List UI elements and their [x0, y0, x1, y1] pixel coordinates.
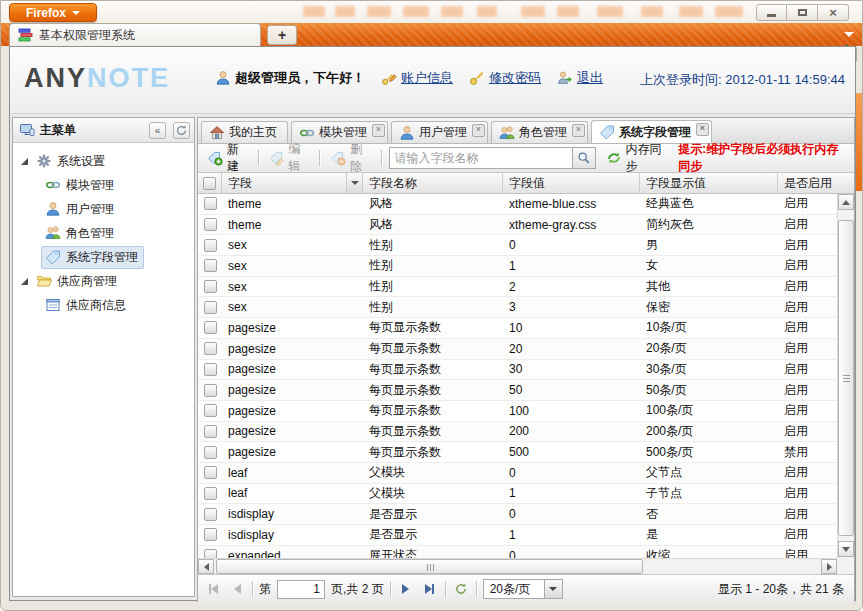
pager-refresh-button[interactable]	[452, 580, 470, 598]
row-checkbox[interactable]	[204, 342, 217, 355]
page-number-input[interactable]	[277, 580, 325, 599]
vertical-scroll-thumb[interactable]	[838, 220, 854, 536]
column-header-字段显示值[interactable]: 字段显示值	[640, 173, 778, 193]
account-info-link[interactable]: 账户信息	[381, 69, 453, 87]
tree-node[interactable]: 供应商信息	[41, 294, 132, 317]
row-checkbox[interactable]	[204, 239, 217, 252]
table-row[interactable]: sex性别2其他启用	[198, 277, 837, 298]
scroll-down-button[interactable]	[838, 541, 854, 557]
tab-用户管理[interactable]: 用户管理×	[391, 121, 488, 143]
tree-node[interactable]: 系统字段管理	[41, 246, 144, 269]
row-checkbox[interactable]	[204, 197, 217, 210]
memory-sync-button[interactable]: 内存同步	[603, 139, 672, 177]
account-info-label[interactable]: 账户信息	[401, 69, 453, 87]
sidebar-collapse-button[interactable]: «	[149, 122, 166, 139]
column-header-字段[interactable]: 字段	[222, 173, 363, 193]
row-checkbox[interactable]	[204, 384, 217, 397]
minimize-button[interactable]	[756, 4, 787, 21]
sidebar-item-用户管理[interactable]: 用户管理	[13, 197, 194, 221]
row-checkbox[interactable]	[204, 363, 217, 376]
first-page-button[interactable]	[204, 580, 222, 598]
tab-close-icon[interactable]: ×	[696, 123, 709, 136]
tree-node[interactable]: 角色管理	[41, 222, 120, 245]
table-row[interactable]: pagesize每页显示条数200200条/页启用	[198, 422, 837, 443]
table-row[interactable]: pagesize每页显示条数1010条/页启用	[198, 318, 837, 339]
row-checkbox[interactable]	[204, 404, 217, 417]
table-row[interactable]: expanded展开状态0收缩启用	[198, 546, 837, 558]
row-checkbox[interactable]	[204, 528, 217, 541]
column-header-字段名称[interactable]: 字段名称	[363, 173, 503, 193]
logout-link[interactable]: 退出	[557, 69, 603, 87]
tree-expander-icon[interactable]	[21, 278, 28, 285]
row-checkbox[interactable]	[204, 259, 217, 272]
horizontal-scroll-thumb[interactable]	[216, 559, 643, 574]
scroll-up-button[interactable]	[838, 194, 854, 210]
tab-close-icon[interactable]: ×	[572, 124, 585, 137]
new-button[interactable]: 新建	[204, 139, 251, 177]
row-checkbox[interactable]	[204, 321, 217, 334]
scroll-right-button[interactable]	[821, 559, 837, 574]
row-checkbox[interactable]	[204, 487, 217, 500]
column-menu-trigger[interactable]	[346, 173, 362, 193]
table-row[interactable]: pagesize每页显示条数3030条/页启用	[198, 360, 837, 381]
tree-expander-icon[interactable]	[21, 158, 28, 165]
row-checkbox[interactable]	[204, 425, 217, 438]
table-row[interactable]: isdisplay是否显示0否启用	[198, 504, 837, 525]
change-password-label[interactable]: 修改密码	[489, 69, 541, 87]
table-row[interactable]: pagesize每页显示条数100100条/页启用	[198, 401, 837, 422]
column-header-是否启用[interactable]: 是否启用	[778, 173, 854, 193]
maximize-button[interactable]	[787, 4, 818, 21]
table-row[interactable]: pagesize每页显示条数5050条/页启用	[198, 380, 837, 401]
table-row[interactable]: isdisplay是否显示1是启用	[198, 525, 837, 546]
tab-list-dropdown-icon[interactable]	[844, 32, 854, 37]
search-input[interactable]	[390, 149, 572, 167]
sidebar-item-系统字段管理[interactable]: 系统字段管理	[13, 245, 194, 269]
row-checkbox[interactable]	[204, 508, 217, 521]
sidebar-item-系统设置[interactable]: 系统设置	[13, 149, 194, 173]
scroll-left-button[interactable]	[198, 559, 214, 574]
row-checkbox[interactable]	[204, 446, 217, 459]
delete-button[interactable]: 删除	[327, 139, 374, 177]
row-checkbox[interactable]	[204, 218, 217, 231]
table-row[interactable]: sex性别3保密启用	[198, 297, 837, 318]
table-row[interactable]: theme风格xtheme-blue.css经典蓝色启用	[198, 194, 837, 215]
sidebar-item-模块管理[interactable]: 模块管理	[13, 173, 194, 197]
change-password-link[interactable]: 修改密码	[469, 69, 541, 87]
row-checkbox[interactable]	[204, 549, 217, 558]
tab-close-icon[interactable]: ×	[372, 124, 385, 137]
table-row[interactable]: sex性别1女启用	[198, 256, 837, 277]
combo-dropdown-button[interactable]	[544, 580, 562, 598]
page-size-select[interactable]: 20条/页	[483, 579, 563, 599]
tree-node[interactable]: 供应商管理	[32, 270, 123, 293]
search-button[interactable]	[572, 148, 595, 168]
row-checkbox[interactable]	[204, 466, 217, 479]
table-row[interactable]: pagesize每页显示条数2020条/页启用	[198, 339, 837, 360]
next-page-button[interactable]	[397, 580, 415, 598]
table-row[interactable]: leaf父模块0父节点启用	[198, 463, 837, 484]
tree-node[interactable]: 用户管理	[41, 198, 120, 221]
firefox-menu-button[interactable]: Firefox	[9, 3, 97, 22]
sidebar-item-角色管理[interactable]: 角色管理	[13, 221, 194, 245]
new-tab-button[interactable]: +	[267, 25, 297, 45]
select-all-checkbox[interactable]	[203, 177, 216, 190]
sidebar-item-供应商管理[interactable]: 供应商管理	[13, 269, 194, 293]
prev-page-button[interactable]	[228, 580, 246, 598]
sidebar-refresh-button[interactable]	[173, 122, 190, 139]
tab-角色管理[interactable]: 角色管理×	[491, 121, 588, 143]
tree-node[interactable]: 系统设置	[32, 150, 111, 173]
close-button[interactable]: ×	[818, 4, 849, 21]
table-row[interactable]: pagesize每页显示条数500500条/页禁用	[198, 442, 837, 463]
row-checkbox[interactable]	[204, 301, 217, 314]
table-row[interactable]: theme风格xtheme-gray.css简约灰色启用	[198, 215, 837, 236]
browser-tab[interactable]: 基本权限管理系统	[9, 23, 261, 46]
table-row[interactable]: leaf父模块1子节点启用	[198, 484, 837, 505]
last-page-button[interactable]	[421, 580, 439, 598]
column-header-字段值[interactable]: 字段值	[503, 173, 640, 193]
logout-label[interactable]: 退出	[577, 69, 603, 87]
tab-close-icon[interactable]: ×	[472, 124, 485, 137]
sidebar-item-供应商信息[interactable]: 供应商信息	[13, 293, 194, 317]
row-checkbox[interactable]	[204, 280, 217, 293]
tree-node[interactable]: 模块管理	[41, 174, 120, 197]
table-row[interactable]: sex性别0男启用	[198, 235, 837, 256]
edit-button[interactable]: 编辑	[266, 139, 313, 177]
